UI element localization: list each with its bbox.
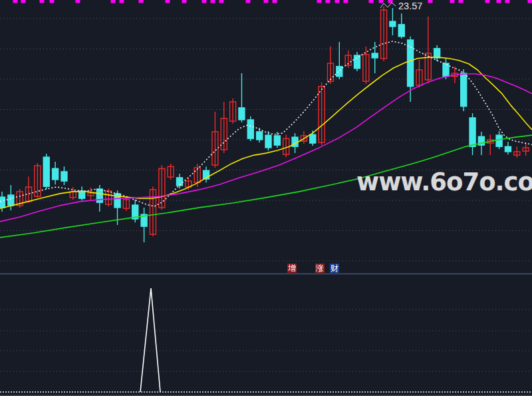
candle-down	[310, 134, 316, 143]
signal-tick	[528, 0, 532, 3]
candle-down	[61, 172, 67, 181]
signal-tick	[40, 0, 45, 3]
signal-tick	[428, 0, 433, 3]
candle-down	[461, 73, 467, 106]
candle-down	[43, 157, 49, 186]
signal-tick	[459, 0, 464, 3]
signal-tick	[369, 0, 374, 3]
signal-tick	[379, 0, 384, 3]
stock-chart-app: www.6o7o.com 23.57 增涨财	[0, 0, 532, 396]
candle-down	[434, 49, 440, 58]
candle-down	[0, 197, 5, 208]
signal-tick	[202, 0, 207, 3]
signal-tick	[335, 0, 340, 3]
divider-tag-label: 涨	[315, 264, 325, 273]
candle-down	[53, 168, 59, 180]
candle-down	[239, 108, 245, 120]
signal-tick	[246, 0, 251, 3]
signal-tick	[497, 0, 501, 3]
watermark-text: www.6o7o.com	[356, 168, 529, 198]
candle-down	[443, 63, 449, 77]
divider-tag-label: 增	[287, 264, 297, 273]
signal-tick	[219, 0, 224, 3]
candle-down	[336, 67, 342, 77]
candle-down	[247, 120, 253, 138]
signal-tick	[13, 0, 18, 3]
candle-down	[354, 55, 360, 69]
candle-down	[408, 40, 414, 87]
candle-down	[8, 195, 14, 206]
high-price-pointer-icon	[380, 3, 396, 8]
candle-down	[372, 53, 378, 58]
signal-tick	[450, 0, 455, 3]
signal-tick	[317, 0, 322, 3]
signal-tick	[211, 0, 215, 3]
candle-down	[496, 135, 502, 146]
signal-tick	[166, 0, 170, 3]
signal-tick	[264, 0, 269, 3]
candle-down	[398, 25, 404, 37]
candle-down	[390, 21, 396, 27]
candle-down	[265, 135, 271, 148]
signal-tick	[139, 0, 144, 3]
signal-tick	[21, 0, 26, 3]
signal-tick	[182, 0, 187, 3]
indicator-label-bar: 增涨财	[0, 264, 532, 274]
indicator-spike	[140, 288, 160, 392]
signal-tick	[273, 0, 277, 3]
divider-tag-label: 财	[330, 264, 339, 273]
candle-down	[505, 146, 511, 152]
signal-tick	[50, 0, 55, 3]
signal-tick	[344, 0, 348, 3]
signal-tick	[505, 0, 510, 3]
signal-tick	[326, 0, 331, 3]
signal-tick	[485, 0, 490, 3]
candle-down	[274, 136, 280, 145]
candle-down	[79, 191, 85, 198]
signal-tick	[120, 0, 124, 3]
signal-tick	[111, 0, 116, 3]
high-price-label: 23.57	[398, 1, 422, 11]
candle-down	[469, 118, 475, 146]
signal-tick	[76, 0, 80, 3]
candle-down	[257, 132, 263, 140]
candle-down	[96, 189, 102, 202]
